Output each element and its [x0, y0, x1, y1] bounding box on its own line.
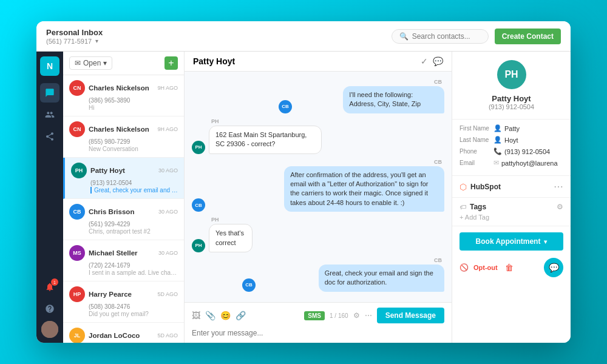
field-icon: 👤: [493, 136, 502, 144]
char-count: 1 / 160: [330, 312, 348, 319]
contact-list: ✉ Open ▾ + CN Charles Nickelson 9H AGO (…: [63, 52, 185, 343]
tags-section: 🏷 Tags ⚙ + Add Tag: [452, 198, 571, 226]
contact-items: CN Charles Nickelson 9H AGO (386) 965-38…: [63, 75, 184, 343]
field-icon: ✉: [493, 159, 499, 167]
add-tag-button[interactable]: + Add Tag: [459, 214, 563, 221]
field-value: 👤 Hoyt: [493, 136, 563, 144]
message-bubble: I'll need the following: Address, City, …: [343, 86, 444, 113]
hubspot-more-icon[interactable]: ⋯: [554, 181, 563, 192]
chat-contact-name: Patty Hoyt: [193, 56, 416, 66]
tags-gear-icon[interactable]: ⚙: [557, 203, 563, 211]
brand-icon: N: [40, 56, 59, 76]
sidebar-item-chat[interactable]: [40, 83, 59, 103]
inbox-phone: (561) 771-5917: [46, 38, 92, 45]
contact-item[interactable]: CN Charles Nickelson 9H AGO (855) 980-72…: [63, 116, 184, 158]
book-appointment-label: Book Appointment: [476, 237, 541, 246]
mail-icon: ✉: [75, 59, 81, 67]
message-row: CBAfter confirmation of the address, you…: [192, 159, 444, 212]
contact-avatar: PH: [497, 60, 526, 89]
message-avatar: CB: [192, 198, 205, 212]
message-avatar: CB: [279, 100, 292, 113]
sidebar-item-notifications[interactable]: 1: [40, 277, 59, 297]
message-row: PHPH162 East Main St Spartanburg, SC 293…: [192, 118, 444, 154]
top-bar: Personal Inbox (561) 771-5917 ▾ 🔍 Create…: [36, 21, 571, 52]
opt-out-icon: 🚫: [459, 263, 469, 272]
image-tool-icon[interactable]: 🖼: [192, 311, 200, 320]
contact-item[interactable]: HP Harry Pearce 5D AGO (508) 308-2476 Di…: [63, 281, 184, 323]
chat-toolbar: 🖼 📎 😊 🔗 SMS 1 / 160 ⚙ ⋯ Send Message: [192, 308, 444, 323]
create-contact-button[interactable]: Create Contact: [495, 29, 561, 44]
message-sender-label: PH: [211, 118, 373, 124]
contact-card: PH Patty Hoyt (913) 912-0504: [452, 52, 571, 120]
sms-badge: SMS: [304, 311, 325, 320]
sidebar-item-help[interactable]: [40, 299, 59, 318]
tags-label: Tags: [470, 203, 553, 211]
sidebar-item-contacts[interactable]: [40, 105, 59, 124]
contact-item[interactable]: MS Michael Steller 30 AGO (720) 224-1679…: [63, 240, 184, 281]
hubspot-logo-icon: ⬡: [459, 182, 467, 192]
message-sender-label: CB: [434, 159, 442, 165]
contact-item[interactable]: PH Patty Hoyt 30 AGO (913) 912-0504 Grea…: [63, 158, 184, 199]
field-icon: 👤: [493, 124, 502, 132]
message-input[interactable]: [192, 329, 444, 337]
emoji-tool-icon[interactable]: 😊: [220, 311, 231, 320]
message-bubble: Great, check your email and sign the doc…: [319, 265, 444, 292]
search-input[interactable]: [412, 32, 481, 41]
book-appointment-button[interactable]: Book Appointment ▾: [459, 232, 563, 251]
field-value: ✉ pattyhoyt@laurena: [493, 159, 563, 167]
contact-fields: First Name 👤 Patty Last Name 👤 Hoyt Phon…: [452, 120, 571, 176]
more-options-icon[interactable]: ⋯: [365, 311, 372, 320]
field-value: 👤 Patty: [493, 124, 563, 132]
chat-panel: Patty Hoyt ✓ 💬 CBI'll need the following…: [185, 52, 452, 343]
sidebar-item-share[interactable]: [40, 127, 59, 146]
attach-tool-icon[interactable]: 📎: [205, 311, 215, 320]
message-bubble: Yes that's correct: [209, 224, 253, 252]
search-box[interactable]: 🔍: [392, 29, 489, 44]
settings-icon[interactable]: ⚙: [353, 311, 360, 320]
open-filter-button[interactable]: ✉ Open ▾: [69, 56, 112, 70]
chat-header: Patty Hoyt ✓ 💬: [185, 52, 452, 72]
hubspot-section: ⬡ HubSpot ⋯: [452, 176, 571, 198]
checkmark-icon[interactable]: ✓: [421, 56, 428, 66]
message-avatar: CB: [242, 278, 256, 292]
bottom-actions: 🚫 Opt-out 🗑 💬: [452, 254, 571, 281]
user-avatar[interactable]: [41, 321, 58, 338]
opt-out-button[interactable]: Opt-out: [473, 264, 498, 271]
send-message-button[interactable]: Send Message: [377, 308, 444, 323]
open-label: Open: [83, 59, 101, 67]
field-label: First Name: [459, 125, 490, 132]
right-panel: PH Patty Hoyt (913) 912-0504 First Name …: [452, 52, 571, 343]
chat-messages: CBI'll need the following: Address, City…: [185, 72, 452, 302]
chat-header-action-icon[interactable]: 💬: [433, 56, 443, 66]
message-row: CBI'll need the following: Address, City…: [192, 79, 444, 113]
link-tool-icon[interactable]: 🔗: [236, 311, 246, 320]
contact-field-row: Email ✉ pattyhoyt@laurena: [459, 159, 563, 167]
contact-card-name: Patty Hoyt: [459, 94, 563, 103]
field-icon: 📞: [493, 147, 502, 155]
field-value: 📞 (913) 912-0504: [493, 147, 563, 155]
contact-item[interactable]: JL Jordan LoCoco 5D AGO (815) 666-4713: [63, 323, 184, 343]
sidebar: N 1: [36, 52, 63, 343]
message-avatar: PH: [192, 141, 205, 154]
message-sender-label: PH: [211, 217, 271, 223]
delete-icon[interactable]: 🗑: [505, 263, 514, 272]
contact-field-row: First Name 👤 Patty: [459, 124, 563, 132]
message-avatar: PH: [192, 239, 205, 252]
message-bubble: After confirmation of the address, you'l…: [284, 166, 444, 212]
message-sender-label: CB: [434, 257, 442, 263]
chat-bubble-icon[interactable]: 💬: [544, 258, 563, 277]
contact-item[interactable]: CN Charles Nickelson 9H AGO (386) 965-38…: [63, 75, 184, 116]
notification-badge: 1: [51, 278, 58, 286]
contact-field-row: Phone 📞 (913) 912-0504: [459, 147, 563, 155]
tag-icon: 🏷: [459, 203, 466, 211]
field-label: Last Name: [459, 136, 490, 143]
search-icon: 🔍: [399, 32, 409, 41]
inbox-title: Personal Inbox: [46, 28, 103, 37]
chat-input-area: 🖼 📎 😊 🔗 SMS 1 / 160 ⚙ ⋯ Send Message: [185, 302, 452, 343]
message-row: CBGreat, check your email and sign the d…: [192, 257, 444, 292]
add-conversation-button[interactable]: +: [164, 56, 178, 70]
dropdown-arrow[interactable]: ▾: [95, 38, 98, 44]
book-btn-arrow-icon: ▾: [544, 238, 547, 245]
contact-item[interactable]: CB Chris Brisson 30 AGO (561) 929-4229 C…: [63, 199, 184, 240]
message-row: PHPHYes that's correct: [192, 217, 444, 252]
